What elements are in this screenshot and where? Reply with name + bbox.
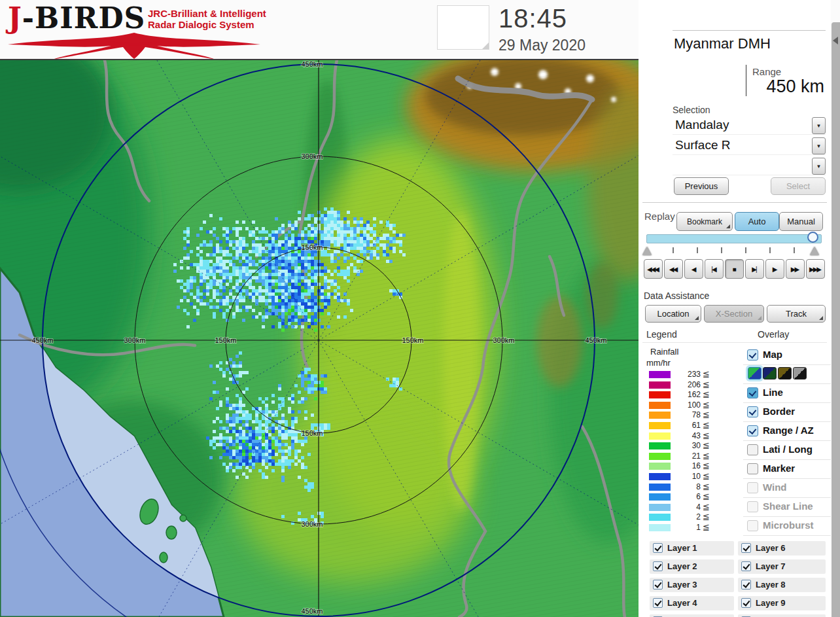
- legend-row: 16≦: [639, 463, 743, 471]
- range-start-marker[interactable]: [642, 247, 652, 255]
- radar-map[interactable]: 150km150km150km150km300km300km300km300km…: [0, 60, 639, 617]
- svg-text:300km: 300km: [124, 336, 145, 344]
- button-label: X-Section: [716, 309, 752, 319]
- dropdown-value: Surface R: [675, 138, 730, 152]
- svg-text:150km: 150km: [301, 429, 323, 437]
- layer-checkbox[interactable]: [741, 543, 751, 553]
- bookmark-button[interactable]: Bookmark: [676, 212, 733, 231]
- overlay-checkbox[interactable]: [747, 406, 758, 417]
- panel-separator: [673, 30, 826, 31]
- layer-row-layer-4: Layer 4: [650, 596, 734, 610]
- legend-row: 10≦: [639, 473, 743, 482]
- overlay-item-label: Microburst: [763, 520, 814, 531]
- stop-button[interactable]: ■: [725, 259, 744, 279]
- layer-checkbox[interactable]: [741, 561, 751, 571]
- logo-title: J-BIRDS: [8, 4, 145, 33]
- layer-checkbox[interactable]: [653, 543, 663, 553]
- selection-dropdown-3[interactable]: ▼: [673, 156, 826, 175]
- overlay-item-label: Shear Line: [763, 501, 813, 512]
- legend-row: 162≦: [639, 391, 743, 400]
- svg-text:300km: 300km: [493, 336, 514, 344]
- logo-j: J: [8, 1, 22, 35]
- legend-row: 21≦: [639, 453, 743, 461]
- layer-checkbox[interactable]: [653, 561, 663, 571]
- leq-symbol: ≦: [703, 512, 710, 521]
- svg-text:300km: 300km: [301, 152, 323, 160]
- button-label: Location: [657, 309, 689, 319]
- track-button[interactable]: Track: [767, 305, 826, 323]
- map-style-swatch-2[interactable]: [763, 367, 777, 379]
- logo-rest: -BIRDS: [22, 1, 146, 35]
- overlay-checkbox[interactable]: [747, 444, 758, 455]
- layer-row-layer-5: Layer 5: [650, 614, 734, 617]
- overlay-checkbox[interactable]: [747, 387, 758, 398]
- play-button[interactable]: ▶: [765, 259, 784, 279]
- leq-symbol: ≦: [703, 491, 710, 501]
- overlay-item-line: Line: [743, 384, 831, 403]
- range-display: Range 450 km: [673, 62, 826, 99]
- layer-checkbox[interactable]: [741, 598, 751, 608]
- step-back-button[interactable]: |◀: [705, 259, 724, 279]
- rewind-button[interactable]: ◀◀: [664, 259, 683, 279]
- overlay-checkbox[interactable]: [747, 463, 758, 474]
- range-value: 450 km: [766, 77, 824, 97]
- jbirds-logo: J-BIRDS JRC-Brilliant & Intelligent Rada…: [7, 3, 281, 58]
- panel-collapse-strip[interactable]: [831, 22, 840, 617]
- selection-dropdown-2[interactable]: Surface R▼: [673, 136, 826, 155]
- legend-row: 8≦: [639, 484, 743, 492]
- replay-tick: [769, 247, 771, 253]
- legend-row: 61≦: [639, 422, 743, 431]
- location-button[interactable]: Location: [645, 305, 701, 323]
- panel-separator: [642, 342, 827, 343]
- dropdown-arrow-button[interactable]: ▼: [812, 117, 826, 134]
- note-fold-icon: [482, 43, 489, 49]
- layer-row-layer-9: Layer 9: [738, 596, 826, 610]
- legend-row: 1≦: [639, 524, 743, 533]
- dropdown-arrow-button[interactable]: ▼: [812, 158, 826, 175]
- overlay-checkbox[interactable]: [747, 349, 758, 361]
- legend-value: 10: [665, 472, 701, 481]
- replay-progress-track[interactable]: [646, 234, 822, 243]
- step-forward-button[interactable]: ▶|: [745, 259, 764, 279]
- jump-forward-fast-button[interactable]: ▶▶▶: [806, 259, 825, 279]
- map-style-row: [743, 365, 831, 384]
- leq-symbol: ≦: [703, 389, 710, 399]
- overlay-item-border: Border: [743, 403, 831, 422]
- corner-fold-icon: [819, 316, 823, 320]
- manual-mode-button[interactable]: Manual: [779, 212, 823, 231]
- map-style-swatch-3[interactable]: [778, 367, 792, 379]
- auto-mode-button[interactable]: Auto: [735, 212, 779, 231]
- jump-back-fast-button[interactable]: ◀◀◀: [644, 259, 663, 279]
- legend-value: 8: [665, 482, 701, 491]
- selection-dropdown-1[interactable]: Mandalay▼: [673, 116, 826, 135]
- legend-value: 43: [665, 431, 701, 440]
- legend-value: 100: [665, 400, 701, 410]
- leq-symbol: ≦: [703, 471, 710, 481]
- select-button[interactable]: Select: [771, 177, 826, 195]
- layer-row-layer-8: Layer 8: [738, 578, 826, 592]
- dropdown-arrow-button[interactable]: ▼: [812, 137, 826, 154]
- range-end-marker[interactable]: [810, 247, 819, 255]
- legend-value: 30: [665, 441, 701, 450]
- note-box[interactable]: [437, 5, 489, 50]
- overlay-label: Overlay: [758, 329, 789, 340]
- legend-value: 6: [665, 492, 701, 501]
- x-section-button[interactable]: X-Section: [704, 305, 764, 323]
- map-style-swatch-4[interactable]: [793, 367, 807, 379]
- overlay-checkbox[interactable]: [747, 425, 758, 436]
- leq-symbol: ≦: [703, 482, 710, 491]
- leq-symbol: ≦: [703, 400, 710, 410]
- previous-button[interactable]: Previous: [674, 177, 729, 195]
- play-reverse-button[interactable]: ◀: [684, 259, 703, 279]
- layer-checkbox[interactable]: [653, 580, 663, 590]
- legend-value: 4: [665, 502, 701, 512]
- layer-row-layer-7: Layer 7: [738, 559, 826, 574]
- legend-row: 6≦: [639, 493, 743, 502]
- fast-forward-button[interactable]: ▶▶: [786, 259, 805, 279]
- map-style-swatch-1[interactable]: [748, 367, 761, 379]
- overlay-item-label: Border: [763, 406, 795, 417]
- layer-checkbox[interactable]: [653, 598, 663, 608]
- replay-progress-thumb[interactable]: [807, 232, 818, 243]
- data-assistance-label: Data Assistance: [644, 291, 709, 301]
- layer-checkbox[interactable]: [741, 580, 751, 590]
